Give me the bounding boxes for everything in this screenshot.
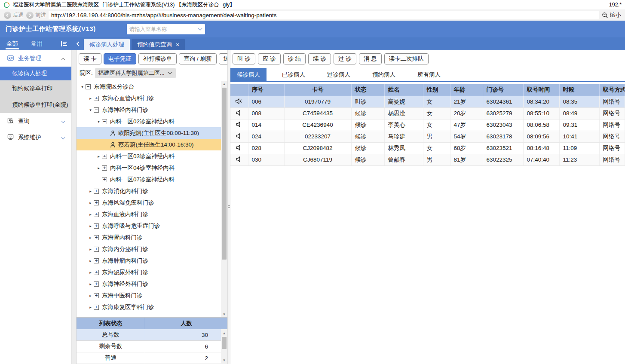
scroll-thumb[interactable] [222, 337, 227, 349]
collapse-menu-icon[interactable] [61, 41, 67, 47]
tree-expand-arrow[interactable]: ▾ [87, 108, 94, 112]
stats-scrollbar[interactable]: ▲ ▼ [221, 329, 227, 364]
close-icon[interactable]: × [176, 42, 179, 48]
toolbar-button[interactable]: 读 卡 [79, 53, 101, 64]
tree-item[interactable]: ▸ + 东海内分泌科门诊 [77, 243, 221, 255]
menu-search-box[interactable] [127, 24, 205, 34]
tree-plusminus-icon[interactable]: + [94, 258, 99, 263]
tab-deal-waiting-patients[interactable]: 候诊病人处理 [84, 39, 130, 50]
zoom-out-button[interactable]: 缩小 [602, 11, 621, 19]
tree-plusminus-icon[interactable]: + [102, 154, 107, 159]
tree-item[interactable]: ▸ + 东海肾内科门诊 [77, 232, 221, 243]
scroll-down-icon[interactable]: ▼ [221, 311, 227, 317]
tree-expand-arrow[interactable]: ▸ [95, 154, 102, 159]
tree-item[interactable]: ▸ + 东海风湿免疫科门诊 [77, 197, 221, 208]
tree-plusminus-icon[interactable]: − [102, 119, 107, 124]
tree-plusminus-icon[interactable]: + [94, 223, 99, 229]
tree-plusminus-icon[interactable]: + [94, 189, 99, 194]
patient-tab-0[interactable]: 候诊病人 [230, 68, 267, 81]
sidebar-group-4[interactable]: 查询 [0, 113, 71, 129]
patient-row[interactable]: 00601970779叫诊高曼妮女21岁6302436108:34:2008:3… [230, 96, 625, 107]
tree-expand-arrow[interactable]: ▸ [87, 96, 94, 101]
campus-select[interactable]: 福建医科大学附属第二医... [95, 68, 176, 78]
sidebar-group-5[interactable]: 系统维护 [0, 129, 71, 146]
tree-plusminus-icon[interactable]: + [94, 305, 99, 310]
tree-plusminus-icon[interactable]: + [94, 96, 99, 101]
tree-expand-arrow[interactable]: ▸ [87, 282, 94, 286]
tree-expand-arrow[interactable]: ▸ [87, 305, 94, 309]
tree-expand-arrow[interactable]: ▸ [87, 201, 94, 205]
tree-plusminus-icon[interactable]: + [102, 165, 107, 171]
scroll-thumb[interactable] [222, 88, 227, 260]
patient-row[interactable]: 028CJ2098482候诊林秀凤女68岁6302352108:16:4811:… [230, 142, 625, 154]
sidebar-item[interactable]: 预约候诊单打印 [0, 80, 71, 97]
tree-expand-arrow[interactable]: ▸ [87, 189, 94, 193]
panel-splitter[interactable] [227, 50, 230, 364]
tree-item[interactable]: ▾ − 东海神经内科门诊 [77, 104, 221, 116]
patient-tab-3[interactable]: 预约病人 [366, 68, 402, 81]
tree-expand-arrow[interactable]: ▾ [79, 85, 86, 89]
tree-expand-arrow[interactable]: ▸ [87, 236, 94, 240]
toolbar-button[interactable]: 过 诊 [334, 53, 356, 64]
toolbar-button[interactable]: 续 诊 [308, 53, 331, 64]
tree-expand-arrow[interactable]: ▸ [87, 294, 94, 298]
tree-expand-arrow[interactable]: ▸ [87, 247, 94, 251]
tree-item[interactable]: ▸ + 东海血液内科门诊 [77, 208, 221, 220]
scroll-up-icon[interactable]: ▲ [221, 81, 227, 87]
tree-item[interactable]: ▸ + 东海泌尿外科门诊 [77, 266, 221, 278]
toolbar-button[interactable]: 诊 结 [283, 53, 306, 64]
patient-tab-2[interactable]: 过诊病人 [321, 68, 357, 81]
tree-scrollbar[interactable]: ▲ ▼ [221, 81, 227, 317]
sidebar-item[interactable]: 预约候诊单打印(全院) [0, 97, 71, 113]
tree-item[interactable]: + 内科一区07诊室神经内科 [77, 174, 221, 185]
tree-item[interactable]: 欧阳宛炯(主任医生08:00-11:30) [77, 127, 221, 139]
scroll-down-icon[interactable]: ▼ [221, 357, 227, 363]
tree-item[interactable]: ▾ − 内科一区02诊室神经内科 [77, 116, 221, 127]
toolbar-button[interactable]: 叫 诊 [233, 53, 255, 64]
tree-plusminus-icon[interactable]: + [102, 177, 107, 182]
tree-plusminus-icon[interactable]: + [94, 281, 99, 287]
patient-tab-1[interactable]: 已诊病人 [276, 68, 312, 81]
sidebar-item[interactable]: 候诊病人处理 [0, 67, 71, 80]
tree-plusminus-icon[interactable]: + [94, 247, 99, 252]
tree-item[interactable]: ▸ + 东海中医科门诊 [77, 290, 221, 301]
tree-item[interactable]: ▸ + 内科一区04诊室神经内科 [77, 162, 221, 174]
tree-plusminus-icon[interactable]: + [94, 293, 99, 298]
sidebar-group-0[interactable]: 业务管理 [0, 50, 71, 67]
tree-item[interactable]: ▸ + 东海肿瘤内科门诊 [77, 255, 221, 266]
tree-item[interactable]: ▸ + 东海呼吸与危重症门诊 [77, 220, 221, 232]
tree-expand-arrow[interactable]: ▸ [87, 270, 94, 275]
menu-search-input[interactable] [129, 26, 198, 32]
patient-tab-4[interactable]: 所有病人 [411, 68, 447, 81]
patient-row[interactable]: 030CJ6807119候诊曾献春男81岁6302232507:40:4011:… [230, 154, 625, 165]
tree-plusminus-icon[interactable]: − [94, 107, 99, 113]
patient-row[interactable]: 02402233207候诊马珍建男54岁6302317808:09:5610:4… [230, 131, 625, 142]
patient-row[interactable]: 014CE4236940候诊李美心女47岁6302304308:06:5809:… [230, 119, 625, 131]
forward-button[interactable]: 前进 [26, 12, 46, 19]
tab-appointment-info-query[interactable]: 预约信息查询 × [132, 39, 185, 50]
tree-plusminus-icon[interactable]: + [94, 270, 99, 275]
tree-plusminus-icon[interactable]: + [94, 212, 99, 217]
toolbar-button[interactable]: 电子凭证 [104, 53, 136, 64]
tree-plusminus-icon[interactable]: + [94, 235, 99, 240]
tree-item[interactable]: ▸ + 内科一区03诊室神经内科 [77, 150, 221, 162]
tree-expand-arrow[interactable]: ▸ [87, 212, 94, 217]
tree-item[interactable]: ▾ − 东海院区分诊台 [77, 81, 221, 92]
tree-item[interactable]: ▸ + 东海消化内科门诊 [77, 185, 221, 197]
tree-item[interactable]: ▸ + 东海神经外科门诊 [77, 278, 221, 290]
scroll-up-icon[interactable]: ▲ [221, 330, 227, 336]
tree-plusminus-icon[interactable]: − [86, 84, 91, 89]
tree-item[interactable]: 蔡若蔚(主任医生14:00-16:30) [77, 139, 221, 150]
toolbar-button[interactable]: 消 息 [359, 53, 382, 64]
tab-all[interactable]: 全部 [6, 37, 18, 50]
tree-item[interactable]: ▸ + 东海心血管内科门诊 [77, 92, 221, 104]
toolbar-button[interactable]: 应 诊 [258, 53, 281, 64]
tree-expand-arrow[interactable]: ▾ [95, 119, 102, 124]
tabs-scroll-left-icon[interactable] [72, 37, 84, 50]
tab-common[interactable]: 常用 [31, 37, 43, 50]
tree-plusminus-icon[interactable]: + [94, 200, 99, 205]
toolbar-button[interactable]: 读卡二次排队 [384, 53, 429, 64]
tree-item[interactable]: ▸ + 东海康复医学科门诊 [77, 301, 221, 313]
patient-row[interactable]: 008C74594435候诊杨思滢女20岁6302527908:55:1008:… [230, 107, 625, 119]
back-button[interactable]: 后退 [4, 12, 24, 19]
